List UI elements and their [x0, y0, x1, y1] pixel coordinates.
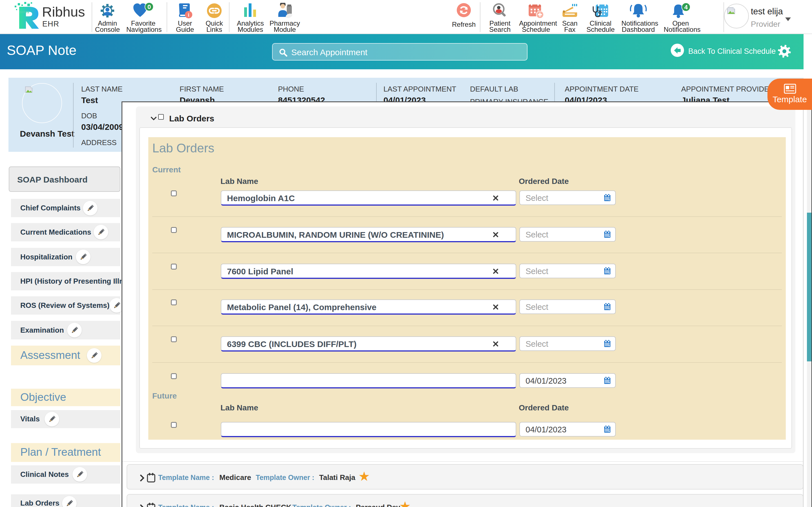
svg-text:0: 0	[147, 3, 151, 10]
svg-text:4: 4	[684, 4, 688, 11]
svg-text:i: i	[188, 12, 189, 18]
svg-text:BHUS: BHUS	[19, 10, 29, 14]
